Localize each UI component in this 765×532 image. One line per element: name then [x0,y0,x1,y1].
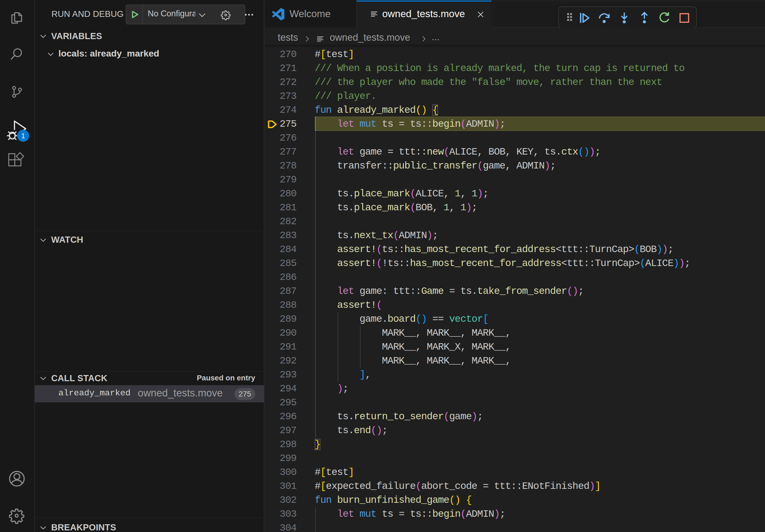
svg-text:1: 1 [21,132,25,140]
